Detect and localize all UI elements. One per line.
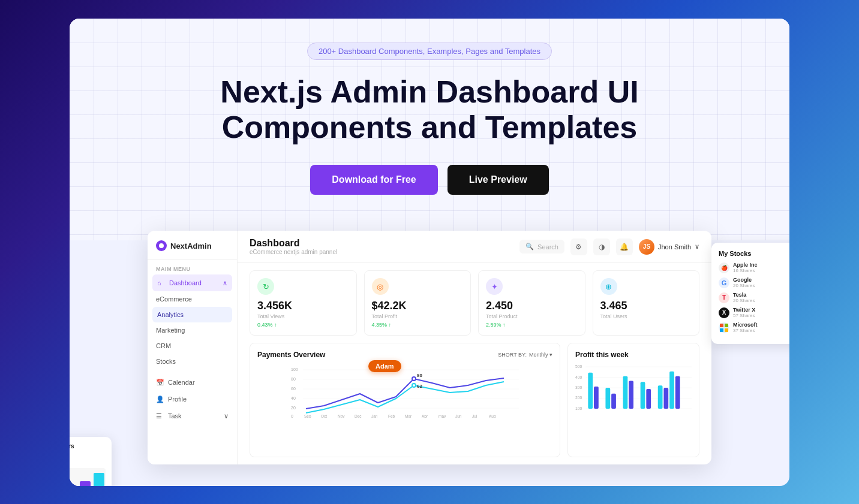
stocks-card: My Stocks Short by ▾ 🍎 Apple Inc 16 Shar…: [711, 243, 789, 344]
svg-text:Jan: Jan: [371, 414, 378, 418]
page-subtitle: eCommerce nextjs admin pannel: [250, 249, 337, 255]
notification-icon-button[interactable]: 🔔: [616, 239, 633, 255]
svg-text:80: 80: [291, 377, 296, 381]
campaign-bar-bg: [70, 468, 106, 486]
sidebar-logo-text: NextAdmin: [170, 242, 212, 251]
stock-info-google: Google 20 Shares: [733, 277, 789, 288]
stock-logo-tesla: T: [719, 292, 729, 303]
stat-value-product: 2.450: [486, 300, 578, 312]
sidebar-logo: NextAdmin: [148, 240, 237, 260]
svg-text:200: 200: [575, 396, 582, 400]
stock-info-twitter: Twitter X 57 Shares: [733, 307, 789, 318]
svg-rect-51: [669, 372, 674, 409]
stat-value-users: 3.465: [600, 300, 692, 312]
svg-text:60: 60: [291, 387, 296, 391]
views-icon: ↻: [257, 278, 274, 295]
home-icon: ⌂: [157, 279, 166, 287]
stat-change-views: 0.43% ↑: [257, 322, 349, 328]
svg-text:500: 500: [575, 364, 582, 369]
sidebar-item-calendar[interactable]: 📅 Calendar: [148, 374, 237, 391]
svg-text:Oct: Oct: [321, 414, 327, 418]
stat-label-profit: Total Profit: [372, 313, 464, 319]
campaign-card: Campaign Visitors Analytics of visitor 8…: [70, 437, 112, 486]
svg-text:20: 20: [291, 406, 296, 410]
main-content: Dashboard eCommerce nextjs admin pannel …: [238, 231, 711, 464]
shortby-row: SHORT BY: Monthly ▾: [498, 352, 552, 358]
profile-icon: 👤: [156, 395, 164, 403]
stat-label-users: Total Users: [600, 313, 692, 319]
svg-rect-1: [725, 324, 728, 327]
stat-label-product: Total Product: [486, 313, 578, 319]
search-placeholder: Search: [537, 243, 558, 251]
topbar: Dashboard eCommerce nextjs admin pannel …: [238, 231, 711, 263]
svg-rect-52: [675, 376, 680, 409]
user-name: Jhon Smith: [658, 243, 691, 251]
svg-text:Apr: Apr: [422, 414, 428, 418]
stat-value-profit: $42.2K: [372, 300, 464, 312]
product-icon: ✦: [486, 278, 503, 295]
svg-text:62: 62: [417, 384, 422, 389]
hero-title-line2: Components and Templates: [222, 110, 637, 144]
svg-text:100: 100: [575, 406, 582, 411]
profit-chart-title: Profit this week: [575, 351, 692, 359]
logo-icon: [156, 240, 167, 251]
stat-change-product: 2.59% ↑: [486, 322, 578, 328]
stock-item: G Google 20 Shares $410.50 -0.88%: [719, 277, 789, 288]
sidebar-item-marketing[interactable]: Marketing: [148, 322, 237, 338]
sidebar-item-dashboard-row: ⌂ Dashboard: [157, 279, 202, 287]
profit-bar-chart: 500 400 300 200 100: [575, 361, 692, 415]
stock-item: Microsoft 37 Shares $410.50 -0.88%: [719, 322, 789, 333]
svg-text:0: 0: [291, 414, 293, 418]
chevron-down-icon: ∨: [695, 243, 699, 251]
topbar-title: Dashboard eCommerce nextjs admin pannel: [250, 238, 337, 255]
sidebar-item-stocks[interactable]: Stocks: [148, 354, 237, 369]
sidebar-item-analytics[interactable]: Analytics: [152, 307, 232, 322]
payments-line-chart: 100 80 60 40 20 0: [257, 364, 552, 418]
search-box[interactable]: 🔍 Search: [519, 240, 564, 253]
svg-text:80: 80: [417, 373, 422, 378]
svg-text:100: 100: [291, 367, 298, 372]
settings-icon-button[interactable]: ⚙: [570, 239, 587, 255]
stat-value-views: 3.456K: [257, 300, 349, 312]
sidebar-item-crm[interactable]: CRM: [148, 338, 237, 354]
stock-info-apple: Apple Inc 16 Shares: [733, 262, 789, 273]
search-icon: 🔍: [525, 243, 534, 251]
stat-card-views: ↻ 3.456K Total Views 0.43% ↑: [250, 270, 357, 336]
chevron-up-icon: ∧: [223, 279, 227, 287]
dashboard-card: NextAdmin MAIM MENU ⌂ Dashboard ∧ eComme…: [148, 231, 711, 464]
stat-card-product: ✦ 2.450 Total Product 2.59% ↑: [478, 270, 585, 336]
stock-info-tesla: Tesla 20 Shares: [733, 292, 789, 303]
svg-text:Jul: Jul: [472, 414, 477, 418]
svg-text:40: 40: [291, 396, 296, 400]
svg-rect-43: [605, 388, 610, 409]
theme-icon-button[interactable]: ◑: [593, 239, 610, 255]
calendar-icon: 📅: [156, 378, 164, 387]
users-icon: ⊕: [600, 278, 617, 295]
svg-rect-47: [641, 382, 645, 409]
svg-point-15: [412, 377, 416, 381]
sidebar-item-task[interactable]: ☰ Task ∨: [148, 408, 237, 424]
sidebar-item-dashboard[interactable]: ⌂ Dashboard ∧: [152, 274, 232, 291]
sidebar-item-profile[interactable]: 👤 Profile: [148, 391, 237, 408]
svg-text:Nov: Nov: [338, 414, 345, 418]
svg-rect-42: [594, 387, 599, 409]
svg-text:300: 300: [575, 385, 582, 390]
stat-change-profit: 4.35% ↑: [372, 322, 464, 328]
download-button[interactable]: Download for Free: [310, 165, 437, 195]
stocks-title-text: My Stocks: [719, 250, 751, 257]
shortby-select[interactable]: Monthly ▾: [529, 352, 552, 358]
user-badge[interactable]: JS Jhon Smith ∨: [639, 239, 699, 255]
svg-rect-44: [611, 394, 616, 409]
topbar-right: 🔍 Search ⚙ ◑ 🔔 JS Jhon Smith ∨: [519, 239, 699, 255]
stat-label-views: Total Views: [257, 313, 349, 319]
sidebar-item-ecommerce[interactable]: eCommerce: [148, 291, 237, 307]
campaign-bar: [80, 481, 91, 486]
profit-icon: ◎: [372, 278, 389, 295]
svg-text:Mar: Mar: [405, 414, 412, 418]
stock-logo-microsoft: [719, 322, 729, 333]
campaign-value: 800: [70, 458, 106, 466]
preview-button[interactable]: Live Preview: [447, 165, 549, 195]
stats-row: ↻ 3.456K Total Views 0.43% ↑ ◎ $42.2K To…: [238, 263, 711, 343]
campaign-subtitle: Analytics of visitor: [70, 449, 106, 455]
stock-item: 🍎 Apple Inc 16 Shares $410.50 -0.40%: [719, 262, 789, 273]
